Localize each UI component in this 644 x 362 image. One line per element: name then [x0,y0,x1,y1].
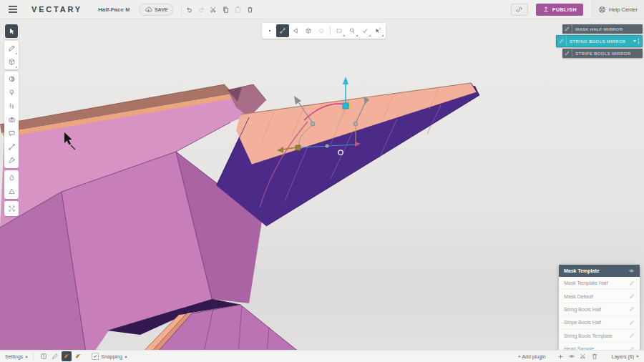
pencil-icon[interactable] [629,320,635,326]
brush-display-icon[interactable] [73,351,83,361]
pencil-icon[interactable] [629,306,635,312]
divider [330,26,331,35]
droplet-button[interactable] [5,171,18,185]
pen-tool-button[interactable] [5,41,18,55]
project-title[interactable]: Half-Face M... [98,6,130,13]
upload-icon [542,6,550,13]
lighting-button[interactable] [5,86,18,99]
badge-label: MASK HALF MIRROR [572,27,643,31]
layer-row[interactable]: Stripe Bools Half [559,316,640,329]
layer-label: Mask Template Half [564,280,608,285]
settings-dropdown[interactable]: Settings [5,354,28,359]
layer-label: String Bools Half [564,307,601,312]
pen-display-icon[interactable] [50,351,60,361]
measure-button[interactable] [5,140,18,154]
info-icon[interactable] [39,351,49,361]
camera-button[interactable] [5,113,18,127]
cut-icon[interactable] [578,351,588,361]
gizmo-handle-yellow[interactable] [349,104,352,107]
layer-row[interactable]: Mask Default [559,290,640,303]
chevron-up-icon [125,356,127,358]
snap-cursor-button[interactable] [371,24,384,37]
pencil-icon[interactable] [559,39,564,44]
marquee-select-button[interactable] [333,24,346,37]
chevron-up-icon [25,356,28,358]
paste-icon[interactable] [233,4,243,15]
face-mode-button[interactable] [289,24,302,37]
visibility-icon[interactable] [567,351,577,361]
layers-label: Layers (6) [611,354,634,359]
save-label: SAVE [155,7,168,12]
app-logo: VECTARY [31,5,82,14]
trash-icon[interactable] [590,351,600,361]
pencil-icon[interactable] [629,280,635,286]
gizmo-handle-sphere[interactable] [326,145,329,148]
publish-label: PUBLISH [552,7,577,12]
badge-label: STRIPE BOOLS MIRROR [572,52,643,56]
sphere-mode-button[interactable] [315,24,328,37]
3d-viewport[interactable] [0,0,644,362]
add-icon[interactable] [555,351,565,361]
edit-mode-toolbar [262,23,386,39]
chevron-down-icon [636,356,639,358]
comment-button[interactable] [5,127,18,140]
more-options-icon[interactable] [638,39,639,43]
divider [181,4,182,14]
snapping-checkbox[interactable] [92,353,99,360]
help-label: Help Center [609,6,638,13]
pencil-icon[interactable] [629,333,635,338]
chevron-down-icon[interactable] [633,40,636,42]
badge-mask-half-mirror[interactable]: MASK HALF MIRROR [562,24,643,34]
layer-row[interactable]: String Bools Template [559,330,640,343]
add-plugin-button[interactable]: + Add plugin [518,354,546,359]
layer-row[interactable]: String Bools Half [559,303,640,316]
redo-icon[interactable] [196,4,206,15]
badge-label: STRING BOOLS MIRROR [567,39,633,44]
fit-view-button[interactable] [5,202,18,215]
gizmo-handle-cyan[interactable] [343,103,348,109]
brush-display-icon-active[interactable] [62,351,72,361]
share-link-icon[interactable] [511,4,528,16]
app-window: VECTARY Half-Face M... SAVE [0,0,644,362]
object-mode-button[interactable] [302,24,315,37]
visibility-eye-icon[interactable] [628,268,635,274]
help-center-button[interactable]: Help Center [592,0,644,19]
vertex-mode-button[interactable] [263,24,276,37]
delete-icon[interactable] [245,4,255,15]
layers-dropdown[interactable]: Layers (6) [611,354,639,359]
select-tool-button[interactable] [5,24,18,38]
tools-wrench-button[interactable] [5,154,18,167]
layer-label: String Bools Template [564,333,613,338]
layers-panel-header[interactable]: Mask Template [559,265,640,277]
effects-button[interactable] [5,99,18,113]
badge-stripe-bools-mirror[interactable]: STRIPE BOOLS MIRROR [562,49,643,58]
menu-icon[interactable] [6,4,20,15]
add-plugin-label: + Add plugin [518,354,546,359]
gizmo-handle-sphere[interactable] [311,122,315,126]
pencil-icon[interactable] [629,293,635,299]
cut-icon[interactable] [208,4,218,15]
save-button[interactable]: SAVE [139,4,174,16]
layers-panel: Mask Template Mask Template Half Mask De… [559,265,640,355]
materials-button[interactable] [5,72,18,86]
copy-icon[interactable] [220,4,230,15]
panel-title: Mask Template [564,268,600,273]
gizmo-handle-sphere[interactable] [353,122,358,126]
edge-mode-button[interactable] [276,24,289,37]
gizmo-handle-olive[interactable] [296,145,301,150]
snapping-label: Snapping [101,354,122,359]
lasso-select-button[interactable] [346,24,358,37]
cloud-save-icon [145,6,152,14]
publish-button[interactable]: PUBLISH [536,4,583,16]
primitive-button[interactable] [5,185,18,198]
pencil-icon[interactable] [565,51,570,56]
snapping-toggle[interactable]: Snapping [92,353,127,360]
layer-label: Mask Default [564,294,593,299]
pencil-icon[interactable] [565,26,570,31]
badge-string-bools-mirror[interactable]: STRING BOOLS MIRROR [556,35,643,47]
layer-row[interactable]: Mask Template Half [559,277,640,290]
paint-select-button[interactable] [358,24,371,37]
add-object-button[interactable] [5,55,18,69]
divider [33,353,34,360]
undo-icon[interactable] [184,4,194,15]
